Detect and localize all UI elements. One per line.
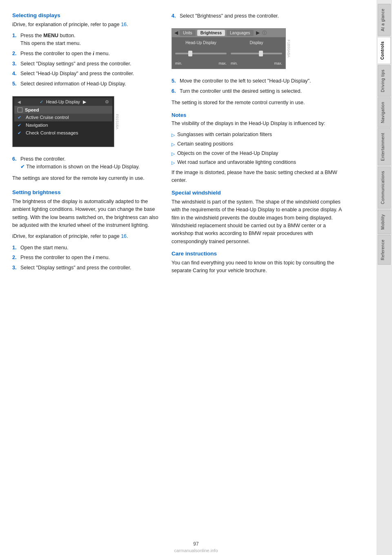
screenshot-row-cruise: ✔ Active Cruise control [14, 114, 112, 121]
list-item: ▷ Certain seating positions [172, 140, 347, 148]
list-item: 5. Move the controller to the left to se… [172, 77, 347, 85]
brightness-screenshot-side-label: F1B50A5A [286, 24, 291, 73]
checkmark-inline: ✔ [20, 164, 25, 170]
tab-brightness: Brightness [197, 30, 225, 36]
settings-icon: ⚙ [105, 99, 109, 105]
list-item: 1. Press the MENU button.This opens the … [12, 32, 163, 47]
notes-section: Notes The visibility of the displays in … [172, 112, 347, 185]
stored-note-2: The setting is stored for the remote con… [172, 99, 347, 107]
brightness-box: ◀ Units Brightness Languages ▶ ⓘ Head-Up… [172, 28, 286, 69]
step6-text: Turn the controller until the desired se… [180, 87, 347, 95]
care-instructions-title: Care instructions [172, 251, 347, 257]
bullet-arrow-icon: ▷ [172, 150, 175, 157]
sidebar-tab-driving-tips[interactable]: Driving tips [378, 65, 391, 96]
page-link-1[interactable]: 16 [121, 22, 127, 27]
step6-list: 6. Press the controller. ✔ The informati… [12, 155, 163, 171]
list-item: 3. Select "Display settings" and press t… [12, 60, 163, 68]
sidebar-tab-navigation[interactable]: Navigation [378, 97, 391, 128]
selecting-displays-intro: iDrive, for explanation of principle, re… [12, 21, 163, 29]
info-icon: ⓘ [262, 30, 267, 36]
check-control-label: Check Control messages [26, 130, 78, 135]
bullet-arrow-icon: ▷ [172, 132, 175, 139]
screenshot-row-check-control: ✔ Check Control messages [14, 129, 112, 137]
screenshot-header: ◀ ✓ Head-Up Display ▶ ⚙ [14, 98, 112, 106]
checkbox-icon [18, 107, 22, 112]
screenshot-row-navigation: ✔ Navigation [14, 121, 112, 129]
special-windshield-section: Special windshield The windshield is par… [172, 190, 347, 246]
special-windshield-title: Special windshield [172, 190, 347, 196]
checkmark-icon: ✓ [40, 99, 43, 104]
forward-icon: ▶ [83, 99, 86, 104]
list-item: 5. Select desired information of Head-Up… [12, 80, 163, 88]
brightness-tab-bar: ◀ Units Brightness Languages ▶ ⓘ [172, 29, 285, 37]
notes-bullets: ▷ Sunglasses with certain polarization f… [172, 131, 347, 166]
brightness-idrive-note: iDrive, for explanation of principle, re… [12, 233, 163, 240]
sidebar-tab-communications[interactable]: Communications [378, 166, 391, 208]
page-link-2[interactable]: 16 [121, 233, 127, 239]
chapter-sidebar: At a glance Controls Driving tips Naviga… [376, 0, 392, 555]
list-item: 6. Press the controller. ✔ The informati… [12, 155, 163, 171]
list-item: ▷ Sunglasses with certain polarization f… [172, 131, 347, 139]
setting-brightness-title: Setting brightness [12, 189, 163, 195]
arrow-right-icon: ▶ [256, 30, 260, 36]
checkmark-icon: ✔ [18, 115, 23, 120]
sidebar-tab-entertainment[interactable]: Entertainment [378, 128, 391, 166]
special-windshield-text: The windshield is part of the system. Th… [172, 198, 347, 246]
selecting-displays-title: Selecting displays [12, 12, 163, 18]
slider-min-label-2: min. [231, 61, 238, 65]
list-item: 2. Press the controller to open the i me… [12, 254, 163, 262]
list-item: 1. Open the start menu. [12, 244, 163, 252]
list-item: 4. Select "Brightness" and press the con… [172, 12, 347, 20]
slider-max-label: max. [218, 61, 227, 65]
head-up-display-screenshot: ◀ ✓ Head-Up Display ▶ ⚙ Speed [12, 92, 163, 151]
i-icon-2: i [93, 255, 94, 260]
slider-thumb [188, 51, 192, 56]
sidebar-tab-controls[interactable]: Controls [378, 37, 391, 64]
step4-text: Select "Brightness" and press the contro… [180, 12, 347, 20]
back-arrow-icon: ◀ [18, 100, 21, 104]
slider-max-label-2: max. [274, 61, 282, 65]
care-instructions-text: You can find everything you need to know… [172, 259, 347, 275]
sidebar-tab-at-a-glance[interactable]: At a glance [378, 4, 391, 36]
brightness-screenshot: ◀ Units Brightness Languages ▶ ⓘ Head-Up… [172, 24, 347, 73]
list-item: ▷ Objects on the cover of the Head-Up Di… [172, 150, 347, 157]
tab-languages: Languages [227, 30, 254, 36]
screenshot-box: ◀ ✓ Head-Up Display ▶ ⚙ Speed [12, 96, 114, 147]
list-item: ▷ Wet road surface and unfavorable light… [172, 159, 347, 166]
notes-intro: The visibility of the displays in the He… [172, 120, 347, 128]
screenshot-footer [14, 137, 112, 145]
care-instructions-section: Care instructions You can find everythin… [172, 251, 347, 275]
cruise-label: Active Cruise control [26, 115, 69, 120]
list-item: 2. Press the controller to open the i me… [12, 50, 163, 58]
sidebar-tab-mobility[interactable]: Mobility [378, 210, 391, 234]
screenshot-row-speed: Speed [14, 106, 112, 114]
list-item: 4. Select "Head-Up Display" and press th… [12, 70, 163, 78]
stored-note-1: The settings are stored for the remote k… [12, 175, 163, 182]
selecting-displays-section: Selecting displays iDrive, for explanati… [12, 12, 163, 183]
tab-units: Units [180, 30, 196, 36]
watermark: carmanualsonline.info [174, 548, 218, 553]
slider-thumb-2 [259, 51, 263, 56]
notes-title: Notes [172, 112, 347, 118]
brightness-sliders: Head-Up Display min. max. [172, 37, 285, 69]
brightness-steps: 1. Open the start menu. 2. Press the con… [12, 244, 163, 272]
menu-bold: MENU [43, 33, 58, 38]
slider-min-label: min. [175, 61, 182, 65]
distorted-note: If the image is distorted, please have t… [172, 169, 347, 185]
checkmark-icon: ✔ [18, 123, 23, 128]
display-slider: Display min. max. [231, 40, 282, 65]
bullet-arrow-icon: ▷ [172, 159, 175, 166]
speed-label: Speed [25, 107, 39, 112]
navigation-label: Navigation [26, 123, 48, 128]
i-icon: i [93, 51, 94, 56]
screenshot-title: Head-Up Display [46, 99, 80, 104]
arrow-left-icon: ◀ [174, 30, 178, 36]
page-number: 97 [193, 541, 198, 547]
sidebar-tab-reference[interactable]: Reference [378, 235, 391, 265]
list-item: 6. Turn the controller until the desired… [172, 87, 347, 95]
selecting-displays-steps: 1. Press the MENU button.This opens the … [12, 32, 163, 88]
brightness-intro: The brightness of the display is automat… [12, 198, 163, 230]
setting-brightness-section: Setting brightness The brightness of the… [12, 189, 163, 272]
right-step4-list: 4. Select "Brightness" and press the con… [172, 12, 347, 20]
bullet-arrow-icon: ▷ [172, 141, 175, 148]
